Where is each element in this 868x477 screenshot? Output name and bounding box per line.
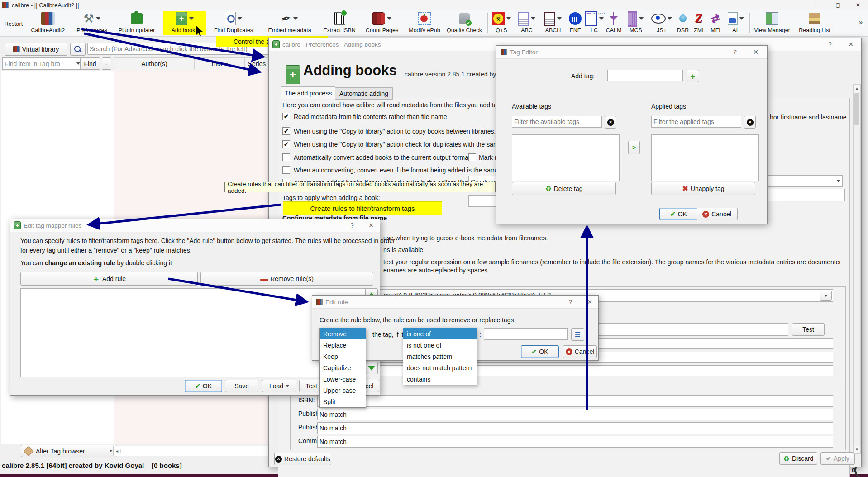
scrollbar-thumb[interactable] <box>854 93 859 125</box>
find-button[interactable]: Find <box>80 57 100 70</box>
cancel-button[interactable]: ✕Cancel <box>563 345 597 358</box>
dialog-close-button[interactable]: ✕ <box>367 222 375 229</box>
chevron-down-icon[interactable] <box>599 17 604 20</box>
dropdown-option-contains[interactable]: contains <box>403 373 477 385</box>
toolbar-item-count-pages[interactable]: Count Pages <box>360 11 404 35</box>
tab-add-process[interactable]: The add process <box>281 86 335 100</box>
available-tags-list[interactable] <box>512 134 620 181</box>
add-tag-input[interactable] <box>607 70 683 81</box>
checkbox-row[interactable]: When using the "Copy to library" action … <box>282 127 496 135</box>
restore-defaults-button[interactable]: ✕Restore defaults <box>274 453 331 465</box>
ok-button[interactable]: ✔OK <box>521 345 559 358</box>
ok-button[interactable]: ✔OK <box>185 380 222 392</box>
toolbar-item-zmi[interactable]: ZMI <box>692 11 706 35</box>
dropdown-option-does-not-match-pattern[interactable]: does not match pattern <box>403 362 477 373</box>
clear-available-filter-button[interactable]: ✕ <box>605 116 616 129</box>
toolbar-item-plugin-updater[interactable]: Plugin updater <box>115 11 158 35</box>
toolbar-item-lc[interactable]: DDC LCC OCLC LC <box>585 11 604 35</box>
checkbox-unchecked-icon[interactable] <box>468 153 476 161</box>
checkbox-checked-icon[interactable] <box>282 140 290 148</box>
dropdown-option-replace[interactable]: Replace <box>320 339 366 351</box>
maximize-button[interactable]: ▢ <box>828 0 848 10</box>
right-input[interactable] <box>767 189 845 201</box>
toolbar-item-calibreaudit2[interactable]: CalibreAudit2 <box>27 11 69 35</box>
chevron-down-icon[interactable] <box>238 17 242 20</box>
regex-combo-arrow[interactable] <box>820 291 832 301</box>
right-combo[interactable] <box>767 175 843 187</box>
toolbar-overflow-chevron[interactable]: » <box>859 18 863 26</box>
tag-browser-find-combo[interactable]: Find item in Tag bro <box>2 57 82 70</box>
chevron-down-icon[interactable] <box>639 17 644 20</box>
chevron-down-icon[interactable] <box>189 17 194 20</box>
unapply-tag-button[interactable]: ✖Unapply tag <box>651 182 755 195</box>
mark-new-checkbox-row[interactable]: Mark ne <box>468 153 496 161</box>
clear-applied-filter-button[interactable]: ✕ <box>744 116 756 129</box>
help-button[interactable]: ? <box>826 41 834 48</box>
column-header-title[interactable]: Title <box>195 58 245 70</box>
dropdown-option-capitalize[interactable]: Capitalize <box>320 362 366 373</box>
help-button[interactable]: ? <box>731 48 739 56</box>
dialog-close-button[interactable]: ✕ <box>752 48 760 56</box>
minus-button[interactable]: - <box>102 57 111 70</box>
ok-button[interactable]: ✔OK <box>659 208 698 220</box>
checkbox-row[interactable]: When using the "Copy to library" action … <box>282 140 514 148</box>
toolbar-item-calm[interactable]: CALM <box>605 11 623 35</box>
toolbar-item-quality-check[interactable]: Quality Check <box>444 11 485 35</box>
dialog-scrollbar[interactable]: ▲ ▼ <box>853 84 861 454</box>
horizontal-scrollbar[interactable]: ◄ <box>113 446 269 456</box>
dialog-close-button[interactable]: ✕ <box>847 41 855 48</box>
filter-available-input[interactable] <box>512 116 602 128</box>
scroll-up-icon[interactable]: ▲ <box>854 85 860 92</box>
column-header-series[interactable]: Series <box>245 58 269 70</box>
dropdown-option-keep[interactable]: Keep <box>320 351 366 362</box>
dropdown-option-is-one-of[interactable]: is one of <box>403 328 477 339</box>
scroll-left-icon[interactable]: ◄ <box>114 449 121 453</box>
alter-tag-browser-button[interactable]: Alter Tag browser <box>21 445 117 457</box>
toolbar-item-js[interactable]: JS+ <box>650 11 673 35</box>
toolbar-item-modify-epub[interactable]: Modify ePub <box>405 11 444 35</box>
add-tag-button[interactable]: ＋ <box>687 70 699 82</box>
toolbar-item-embed-metadata[interactable]: Embed metadata <box>262 11 318 35</box>
chevron-down-icon[interactable] <box>668 17 672 20</box>
chevron-down-icon[interactable] <box>506 17 511 20</box>
dropdown-option-matches-pattern[interactable]: matches pattern <box>403 351 477 362</box>
checkbox-row[interactable]: Read metadata from file contents rather … <box>282 113 447 120</box>
discard-button[interactable]: ♻Discard <box>779 452 817 465</box>
delete-tag-button[interactable]: ♻Delete tag <box>512 182 616 195</box>
dropdown-option-upper-case[interactable]: Upper-case <box>320 385 366 396</box>
checkbox-checked-icon[interactable] <box>282 113 290 120</box>
chevron-down-icon[interactable] <box>531 17 535 20</box>
toolbar-item-find-duplicates[interactable]: Find Duplicates <box>209 11 258 35</box>
toolbar-item-extract-isbn[interactable]: Extract ISBN <box>320 11 358 35</box>
cancel-button[interactable]: ✕Cancel <box>696 208 738 220</box>
add-rule-button[interactable]: ＋Add rule <box>20 272 198 286</box>
toolbar-item-view-manager[interactable]: View Manager <box>752 11 792 35</box>
edit-rule-titlebar[interactable]: Edit rule <box>312 296 598 309</box>
dropdown-option-remove[interactable]: Remove <box>320 328 366 339</box>
toolbar-item-abc[interactable]: ABC <box>515 11 539 35</box>
applied-tags-list[interactable] <box>651 134 759 181</box>
test-button[interactable]: Test <box>792 323 825 336</box>
checkbox-row[interactable]: When autoconverting, convert even if the… <box>282 166 515 174</box>
dropdown-option-is-not-one-of[interactable]: is not one of <box>403 339 477 351</box>
advanced-search-button[interactable] <box>70 43 86 56</box>
checkbox-unchecked-icon[interactable] <box>282 166 290 174</box>
chevron-down-icon[interactable] <box>557 17 562 20</box>
toolbar-item-mfi[interactable]: MFI <box>707 11 724 35</box>
toolbar-item-qs[interactable]: ☣ Q+S <box>490 11 513 35</box>
checkbox-checked-icon[interactable] <box>282 127 290 135</box>
scroll-down-icon[interactable]: ▼ <box>854 446 860 453</box>
toolbar-item-restart[interactable]: Restart <box>3 11 24 35</box>
toolbar-item-enf[interactable]: ENF <box>567 11 584 35</box>
virtual-library-button[interactable]: Virtual library <box>5 43 67 56</box>
tag-editor-titlebar[interactable]: Tag Editor <box>496 46 767 59</box>
toolbar-item-preferences[interactable]: Preferences <box>71 11 113 35</box>
column-header-authors[interactable]: Author(s) <box>114 58 195 70</box>
help-button[interactable]: ? <box>348 222 356 229</box>
toolbar-item-abch[interactable]: ABCH <box>540 11 566 35</box>
chevron-down-icon[interactable] <box>96 17 100 20</box>
remove-rule-button[interactable]: ▬Remove rule(s) <box>200 272 373 286</box>
tag-mapper-titlebar[interactable]: + Edit tag mapper rules <box>10 219 380 232</box>
minimize-button[interactable]: — <box>808 0 828 10</box>
toolbar-item-al[interactable]: AL <box>725 11 747 35</box>
